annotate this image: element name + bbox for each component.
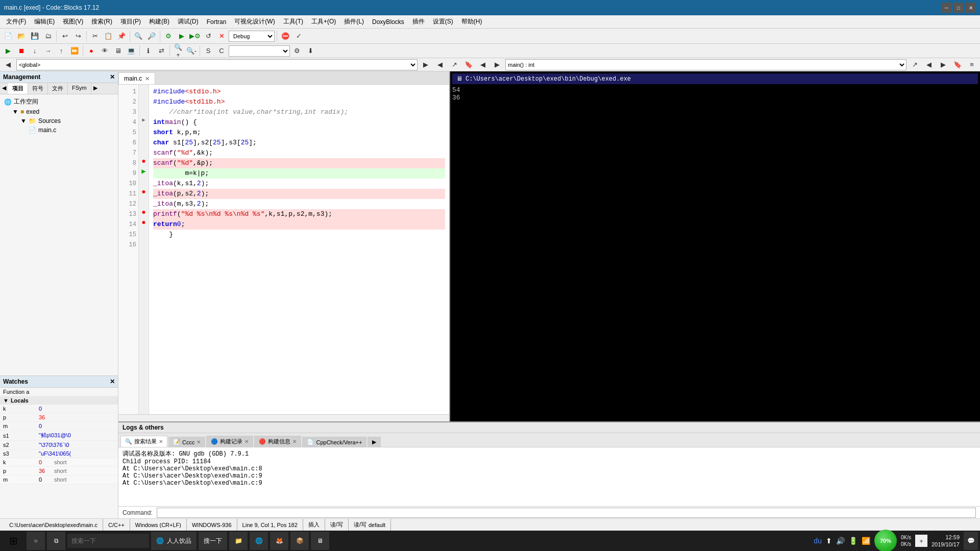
global-scope-combo[interactable]: <global> bbox=[16, 59, 418, 70]
menu-debug[interactable]: 调试(D) bbox=[174, 16, 203, 27]
action-center-btn[interactable]: 💬 bbox=[964, 532, 978, 550]
zoom-out[interactable]: 🔍- bbox=[185, 45, 198, 57]
cortana-button[interactable]: ○ bbox=[27, 532, 45, 550]
cut-btn[interactable]: ✂ bbox=[89, 30, 101, 42]
dbg-info[interactable]: ℹ bbox=[142, 45, 154, 57]
scope-arrow-right[interactable]: ▶ bbox=[420, 59, 432, 71]
command-input[interactable] bbox=[157, 508, 976, 518]
menu-project[interactable]: 项目(P) bbox=[116, 16, 145, 27]
tabs-next[interactable]: ▶ bbox=[91, 83, 100, 94]
scope-arrow-left[interactable]: ◀ bbox=[434, 59, 446, 71]
taskbar-ff[interactable]: 🦊 bbox=[270, 532, 288, 550]
battery-icon[interactable]: 🔋 bbox=[849, 537, 857, 545]
dbg-stop[interactable]: ⏹ bbox=[15, 45, 28, 57]
menu-edit[interactable]: 编辑(E) bbox=[30, 16, 59, 27]
dbg-start[interactable]: ▶ bbox=[2, 45, 14, 57]
project-item[interactable]: ▼ ■ exed bbox=[10, 107, 116, 116]
dbg-threads[interactable]: ⇄ bbox=[155, 45, 167, 57]
copy-btn[interactable]: 📋 bbox=[102, 30, 114, 42]
menu-doxyblocks[interactable]: DoxyBlocks bbox=[368, 17, 408, 27]
network-icon[interactable]: ⬆ bbox=[826, 537, 832, 545]
taskbar-app-rr[interactable]: 🌐 人人饮品 bbox=[151, 532, 197, 550]
dbg-step-out[interactable]: ↑ bbox=[55, 45, 67, 57]
sources-item[interactable]: ▼ 📁 Sources bbox=[18, 116, 116, 126]
dbg-step[interactable]: ↓ bbox=[29, 45, 41, 57]
logs-tab-cppcheck[interactable]: 📄 CppCheck/Vera++ bbox=[302, 437, 366, 447]
logs-tab-more[interactable]: ▶ bbox=[368, 437, 381, 447]
taskbar-app6[interactable]: 🖥 bbox=[311, 532, 329, 550]
ok-btn[interactable]: ✓ bbox=[292, 30, 305, 42]
dbg-continue[interactable]: ⏩ bbox=[68, 45, 81, 57]
file-tab-main-c[interactable]: main.c ✕ bbox=[118, 72, 155, 84]
menu-tools-plus[interactable]: 工具+(O) bbox=[307, 16, 340, 27]
func-more[interactable]: ≡ bbox=[966, 59, 978, 71]
logs-tab-build-log[interactable]: 🔵 构建记录 ✕ bbox=[206, 436, 253, 447]
save-all-btn[interactable]: 🗂 bbox=[42, 30, 54, 42]
redo-btn[interactable]: ↪ bbox=[72, 30, 84, 42]
taskbar-search[interactable] bbox=[67, 534, 149, 548]
menu-plugins[interactable]: 插件(L) bbox=[340, 16, 368, 27]
build-target-combo[interactable]: Debug bbox=[229, 31, 275, 42]
cccc-tab-close[interactable]: ✕ bbox=[197, 439, 201, 445]
layout-combo[interactable] bbox=[229, 45, 290, 57]
dbg-next[interactable]: → bbox=[42, 45, 54, 57]
rebuild-btn[interactable]: ↺ bbox=[202, 30, 214, 42]
find-btn[interactable]: 🔍 bbox=[132, 30, 144, 42]
func-next[interactable]: ▶ bbox=[937, 59, 949, 71]
maximize-button[interactable]: □ bbox=[953, 3, 964, 13]
build-btn[interactable]: ⚙ bbox=[162, 30, 175, 42]
build-info-close[interactable]: ✕ bbox=[292, 439, 297, 444]
taskbar-file-mgr[interactable]: 📁 bbox=[229, 532, 248, 550]
dbg-bp[interactable]: ● bbox=[85, 45, 97, 57]
menu-search[interactable]: 搜索(R) bbox=[87, 16, 116, 27]
build-run-btn[interactable]: ▶⚙ bbox=[189, 30, 201, 42]
func-prev[interactable]: ◀ bbox=[923, 59, 935, 71]
layout-export[interactable]: ⬇ bbox=[304, 45, 316, 57]
undo-btn[interactable]: ↩ bbox=[59, 30, 71, 42]
taskbar-search-btn[interactable]: 搜一下 bbox=[199, 532, 227, 550]
wifi-icon[interactable]: 📶 bbox=[862, 537, 870, 545]
task-view-button[interactable]: ⧉ bbox=[47, 532, 65, 550]
horizontal-scrollbar[interactable] bbox=[118, 414, 449, 421]
menu-tools[interactable]: 工具(T) bbox=[279, 16, 307, 27]
workspace-item[interactable]: 🌐 工作空间 bbox=[2, 96, 116, 107]
code-area[interactable]: 1 2 3 4 5 6 7 8 9 10 11 bbox=[118, 85, 449, 414]
system-clock[interactable]: 12:59 2019/10/17 bbox=[932, 534, 960, 548]
dbg-cpu[interactable]: 💻 bbox=[125, 45, 137, 57]
tabs-prev[interactable]: ◀ bbox=[0, 83, 8, 94]
stop-btn[interactable]: ✕ bbox=[215, 30, 228, 42]
network-plus-btn[interactable]: + bbox=[915, 535, 927, 547]
watches-close-icon[interactable]: ✕ bbox=[110, 378, 115, 385]
search-tab-close[interactable]: ✕ bbox=[159, 439, 163, 444]
mgmt-tab-symbol[interactable]: 符号 bbox=[28, 83, 48, 94]
mgmt-tab-files[interactable]: 文件 bbox=[48, 83, 68, 94]
minimize-button[interactable]: ─ bbox=[941, 3, 951, 13]
menu-plugins2[interactable]: 插件 bbox=[408, 16, 429, 27]
paste-btn[interactable]: 📌 bbox=[115, 30, 128, 42]
scope-jump[interactable]: ↗ bbox=[448, 59, 460, 71]
function-combo[interactable]: main() : int bbox=[505, 59, 906, 70]
dbg-watches[interactable]: 👁 bbox=[99, 45, 111, 57]
file-tab-close-icon[interactable]: ✕ bbox=[145, 76, 150, 82]
menu-help[interactable]: 帮助(H) bbox=[457, 16, 486, 27]
abort-btn[interactable]: ⛔ bbox=[279, 30, 291, 42]
dbg-mem[interactable]: 🖥 bbox=[112, 45, 124, 57]
open-btn[interactable]: 📂 bbox=[15, 30, 28, 42]
layout-settings[interactable]: ⚙ bbox=[291, 45, 303, 57]
scope-bookmark[interactable]: 🔖 bbox=[462, 59, 475, 71]
mgmt-tab-project[interactable]: 项目 bbox=[8, 83, 28, 94]
sound-icon[interactable]: 🔊 bbox=[836, 537, 845, 545]
save-layout[interactable]: S bbox=[202, 45, 214, 57]
code-content[interactable]: #include <stdio.h> #include <stdlib.h> /… bbox=[149, 85, 449, 414]
menu-build[interactable]: 构建(B) bbox=[145, 16, 174, 27]
menu-view[interactable]: 视图(V) bbox=[59, 16, 87, 27]
load-layout[interactable]: C bbox=[215, 45, 228, 57]
func-bookmark[interactable]: 🔖 bbox=[951, 59, 964, 71]
menu-settings[interactable]: 设置(S) bbox=[429, 16, 457, 27]
replace-btn[interactable]: 🔎 bbox=[145, 30, 158, 42]
taskbar-ie[interactable]: 🌐 bbox=[250, 532, 268, 550]
logs-tab-search[interactable]: 🔍 搜索结果 ✕ bbox=[120, 436, 167, 447]
mgmt-tab-fsym[interactable]: FSym bbox=[68, 83, 91, 94]
start-button[interactable]: ⊞ bbox=[2, 532, 24, 550]
logs-tab-cccc[interactable]: 📝 Cccc ✕ bbox=[168, 437, 205, 447]
